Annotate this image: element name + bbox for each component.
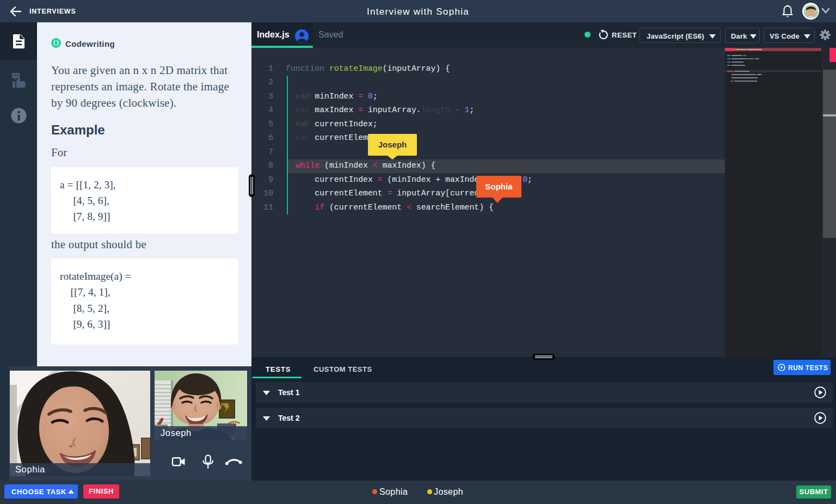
svg-text:Sophia: Sophia: [15, 464, 45, 474]
svg-text:Joseph: Joseph: [161, 428, 192, 438]
